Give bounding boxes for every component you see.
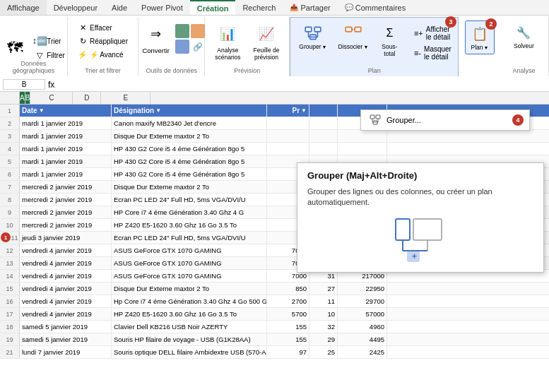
flash-fill-icon[interactable] [175,24,189,38]
col-header-c[interactable]: C [30,92,73,104]
col-header-d[interactable]: D [73,92,101,104]
cell-designation[interactable]: Disque Dur Externe maxtor 2 To [112,283,267,295]
cell-designation[interactable]: Souris optique DELL filaire Ambidextre U… [112,346,267,358]
cell-date[interactable]: mardi 1 janvier 2019 [20,168,112,180]
cell-date[interactable]: vendredi 4 janvier 2019 [20,244,112,256]
cell-date[interactable]: jeudi 3 janvier 2019 [20,232,112,244]
cell-date[interactable]: vendredi 4 janvier 2019 [20,295,112,307]
carte-button[interactable]: 🗺 [0,35,30,61]
cell-prix[interactable]: 850 [267,283,309,295]
cell-total[interactable] [338,143,387,155]
cell-prix[interactable] [267,117,309,129]
cell-date[interactable]: mardi 1 janvier 2019 [20,130,112,142]
tab-affichage[interactable]: Affichage [0,0,47,15]
cell-designation[interactable]: HP Core i7 4 éme Génération 3.40 Ghz 4 G [112,206,267,218]
dissocier-button[interactable]: Dissocier▼ [333,22,372,52]
cell-total[interactable] [338,130,387,142]
cell-prix[interactable] [267,143,309,155]
cell-date[interactable]: samedi 5 janvier 2019 [20,321,112,333]
cell-reference-input[interactable] [3,79,45,90]
cell-designation[interactable]: HP 430 G2 Core i5 4 éme Génération 8go 5 [112,143,267,155]
cell-qty[interactable]: 25 [309,346,338,358]
tab-commentaires[interactable]: 💬 Commentaires [338,0,413,15]
plan-button[interactable]: 📋 Plan▼ 2 [465,20,495,54]
col-header-b[interactable]: B [25,92,31,104]
cell-total[interactable]: 2425 [338,346,387,358]
sous-total-button[interactable]: Σ Sous- total [375,22,403,59]
cell-date[interactable]: vendredi 4 janvier 2019 [20,257,112,269]
cell-qty[interactable]: 10 [309,308,338,320]
cell-total[interactable]: 22950 [338,283,387,295]
cell-qty[interactable] [309,117,338,129]
cell-qty[interactable]: 32 [309,321,338,333]
cell-date[interactable]: mercredi 2 janvier 2019 [20,206,112,218]
cell-qty[interactable] [309,130,338,142]
cell-date[interactable]: vendredi 4 janvier 2019 [20,283,112,295]
cell-designation[interactable]: ASUS GeForce GTX 1070 GAMING [112,270,267,282]
relations-icon[interactable]: 🔗 [191,40,205,54]
cell-qty[interactable]: 11 [309,295,338,307]
tab-power-pivot[interactable]: Power Pivot [134,0,190,15]
cell-designation[interactable]: ASUS GeForce GTX 1070 GAMING [112,257,267,269]
cell-designation[interactable]: HP 430 G2 Core i5 4 éme Génération 8go 5 [112,168,267,180]
masquer-detail-button[interactable]: ≡- Masquer le détail [413,44,454,61]
validation-icon[interactable] [191,24,205,38]
cell-designation[interactable]: Hp Core i7 4 éme Génération 3.40 Ghz 4 G… [112,295,267,307]
analyse-scenarios-button[interactable]: 📊 Analyse scénarios [211,21,244,62]
cell-designation[interactable]: Disque Dur Externe maxtor 2 To [112,181,267,193]
effacer-button[interactable]: ✕ Effacer [75,21,115,34]
filter-prix-btn[interactable]: ▼ [301,107,307,114]
tab-developpeur[interactable]: Développeur [47,0,105,15]
cell-designation[interactable]: Canon maxify MB2340 Jet d'encre [112,117,267,129]
cell-prix[interactable]: 5700 [267,308,309,320]
tab-aide[interactable]: Aide [105,0,134,15]
tab-recherche[interactable]: Recherch [235,0,283,15]
tab-creation[interactable]: Création [190,0,236,15]
filter-desig-btn[interactable]: ▼ [155,107,161,114]
cell-total[interactable]: 57000 [338,308,387,320]
col-header-e[interactable]: E [101,92,150,104]
cell-date[interactable]: mercredi 2 janvier 2019 [20,194,112,206]
cell-prix[interactable]: 155 [267,333,309,345]
cell-date[interactable]: samedi 5 janvier 2019 [20,333,112,345]
cell-designation[interactable]: Disque Dur Externe maxtor 2 To [112,130,267,142]
cell-designation[interactable]: Ecran PC LED 24" Full HD, 5ms VGA/DVI/U [112,232,267,244]
cell-qty[interactable]: 29 [309,333,338,345]
cell-date[interactable]: mardi 1 janvier 2019 [20,155,112,167]
cell-designation[interactable]: HP Z420 E5-1620 3.60 Ghz 16 Go 3.5 To [112,219,267,231]
grouper-option-dropdown[interactable]: Grouper... 4 [361,110,529,130]
cell-qty[interactable]: 27 [309,283,338,295]
cell-designation[interactable]: Clavier Dell KB216 USB Noir AZERTY [112,321,267,333]
cell-designation[interactable]: HP 430 G2 Core i5 4 éme Génération 8go 5 [112,155,267,167]
solveur-button[interactable]: 🔧 Solveur [511,21,537,51]
tab-partager[interactable]: 📤 Partager [283,0,337,15]
cell-date[interactable]: vendredi 4 janvier 2019 [20,270,112,282]
cell-designation[interactable]: Souris HP filaire de voyage - USB (G1K28… [112,333,267,345]
cell-designation[interactable]: ASUS GeForce GTX 1070 GAMING [112,244,267,256]
cell-date[interactable]: mercredi 2 janvier 2019 [20,181,112,193]
cell-designation[interactable]: HP Z420 E5-1620 3.60 Ghz 16 Go 3.5 To [112,308,267,320]
cell-total[interactable]: 29700 [338,295,387,307]
filter-date-btn[interactable]: ▼ [39,107,45,114]
avance-button[interactable]: ⚡ ⚡ Avancé [75,48,126,61]
formula-input[interactable] [57,81,546,88]
reappliquer-button[interactable]: ↻ Réappliquer [75,35,131,47]
remove-dupes-icon[interactable] [175,40,189,54]
cell-date[interactable]: mercredi 2 janvier 2019 [20,219,112,231]
cell-total[interactable]: 4495 [338,333,387,345]
cell-prix[interactable]: 155 [267,321,309,333]
feuille-prevision-button[interactable]: 📈 Feuille de prévision [249,21,284,62]
col-header-a[interactable]: A [20,92,25,104]
cell-prix[interactable]: 2700 [267,295,309,307]
cell-designation[interactable]: Ecran PC LED 24" Full HD, 5ms VGA/DVI/U [112,194,267,206]
cell-prix[interactable] [267,130,309,142]
afficher-detail-button[interactable]: ≡+ Afficher le détail [413,25,454,42]
cell-date[interactable]: lundi 7 janvier 2019 [20,346,112,358]
cell-prix[interactable]: 97 [267,346,309,358]
cell-date[interactable]: mardi 1 janvier 2019 [20,117,112,129]
cell-total[interactable]: 4960 [338,321,387,333]
trier-button[interactable]: ↕🔤 Trier [32,35,68,47]
cell-date[interactable]: vendredi 4 janvier 2019 [20,308,112,320]
convertir-button[interactable]: ⇒ Convertir [138,21,174,56]
grouper-button[interactable]: Grouper▼ 3 [295,22,331,52]
